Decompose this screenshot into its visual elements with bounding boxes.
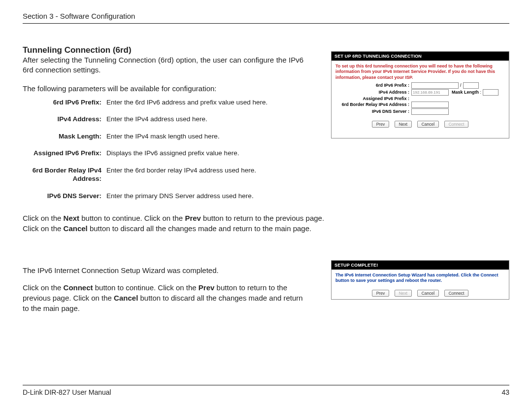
- table-row: Mask Length:Enter the IPv4 mask length u…: [23, 130, 270, 147]
- table-row: Assigned IPv6 Prefix:Displays the IPv6 a…: [23, 146, 270, 164]
- screenshot-setup-complete: SETUP COMPLETE! The IPv6 Internet Connec…: [331, 260, 509, 300]
- prev-button[interactable]: Prev: [372, 290, 389, 297]
- instruction-paragraph-2: Click on the Connect button to continue.…: [23, 282, 308, 313]
- connect-button[interactable]: Connect: [444, 290, 469, 297]
- connect-button: Connect: [444, 121, 469, 128]
- table-row: 6rd Border Relay IPv4 Address:Enter the …: [23, 164, 270, 189]
- cancel-button[interactable]: Cancel: [417, 121, 439, 128]
- parameters-table: 6rd IPv6 Prefix:Enter the 6rd IPv6 addre…: [23, 96, 270, 206]
- input-6rd-prefix-len[interactable]: [463, 82, 479, 89]
- field-label-relay: 6rd Border Relay IPv4 Address: [335, 102, 411, 107]
- intro-text: After selecting the Tunneling Connection…: [23, 55, 303, 75]
- field-label-dns: IPv6 DNS Server: [335, 109, 411, 114]
- table-row: IPv6 DNS Server:Enter the primary DNS Se…: [23, 189, 270, 206]
- param-label: IPv4 Address:: [23, 112, 106, 130]
- panel-title: SET UP 6RD TUNNELING CONNECTION: [332, 52, 509, 61]
- section-header: Section 3 - Software Configuration: [23, 12, 509, 24]
- instruction-paragraph-1: Click on the Next button to continue. Cl…: [23, 213, 509, 234]
- field-label-6rd-prefix: 6rd IPv6 Prefix: [335, 83, 411, 88]
- panel-title: SETUP COMPLETE!: [332, 261, 509, 270]
- param-desc: Enter the IPv4 mask length used here.: [106, 130, 270, 147]
- page-number: 43: [501, 388, 509, 396]
- input-ipv4-address[interactable]: [411, 89, 449, 96]
- field-label-ipv4: IPv4 Address: [335, 90, 411, 95]
- input-border-relay[interactable]: [411, 102, 449, 108]
- param-label: 6rd Border Relay IPv4 Address:: [23, 164, 106, 189]
- field-label-mask: Mask Length: [452, 90, 479, 95]
- param-desc: Displays the IPv6 assigned prefix value …: [106, 146, 270, 164]
- input-mask-length[interactable]: [483, 89, 499, 96]
- param-label: Assigned IPv6 Prefix:: [23, 146, 106, 164]
- table-row: 6rd IPv6 Prefix:Enter the 6rd IPv6 addre…: [23, 96, 270, 113]
- param-desc: Enter the primary DNS Server address use…: [106, 189, 270, 206]
- param-desc: Enter the 6rd border relay IPv4 address …: [106, 164, 270, 189]
- footer-left: D-Link DIR-827 User Manual: [23, 388, 111, 396]
- panel-instruction: The IPv6 Internet Connection Setup Wizar…: [335, 273, 505, 284]
- cancel-button[interactable]: Cancel: [417, 290, 439, 297]
- slash-separator: /: [459, 83, 463, 88]
- panel-instruction: To set up this 6rd tunneling connection …: [335, 64, 505, 80]
- param-label: IPv6 DNS Server:: [23, 189, 106, 206]
- table-row: IPv4 Address:Enter the IPv4 address used…: [23, 112, 270, 130]
- field-label-assigned: Assigned IPv6 Prefix: [335, 96, 411, 101]
- next-button[interactable]: Next: [395, 121, 412, 128]
- screenshot-6rd-setup: SET UP 6RD TUNNELING CONNECTION To set u…: [331, 51, 509, 138]
- param-label: Mask Length:: [23, 130, 106, 147]
- next-button: Next: [395, 290, 412, 297]
- input-dns-server[interactable]: [411, 108, 449, 115]
- param-label: 6rd IPv6 Prefix:: [23, 96, 106, 113]
- prev-button[interactable]: Prev: [372, 121, 389, 128]
- param-desc: Enter the IPv4 address used here.: [106, 112, 270, 130]
- input-6rd-prefix[interactable]: [411, 82, 459, 89]
- param-desc: Enter the 6rd IPv6 address and prefix va…: [106, 96, 270, 113]
